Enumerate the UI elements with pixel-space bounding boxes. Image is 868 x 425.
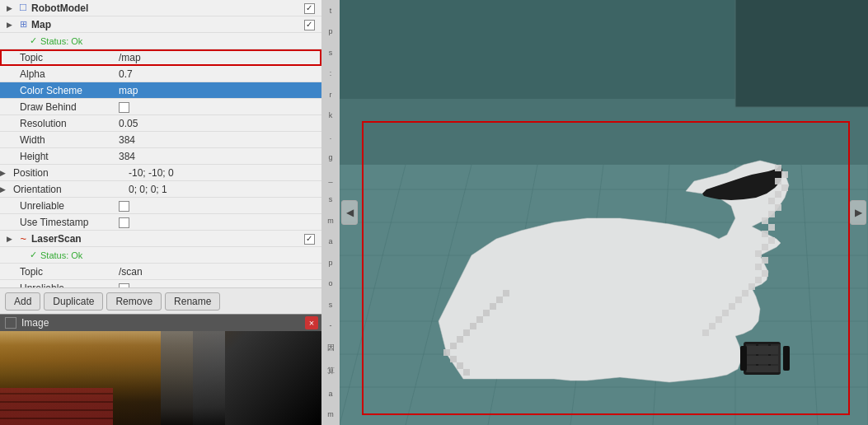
usetimestamp-label: Use Timestamp xyxy=(0,217,115,228)
expand-arrow-robotmodel[interactable]: ▶ xyxy=(7,4,16,12)
svg-rect-54 xyxy=(709,323,716,329)
svg-rect-44 xyxy=(762,257,768,264)
map-status-row: ✓ Status: Ok xyxy=(0,33,321,49)
laserscan-status-icon: ✓ xyxy=(30,250,37,260)
nav-arrow-right[interactable]: ▶ xyxy=(850,200,866,225)
usetimestamp-value[interactable] xyxy=(115,216,321,227)
topic-label: Topic xyxy=(0,52,115,63)
svg-rect-34 xyxy=(775,191,781,198)
svg-rect-47 xyxy=(755,277,762,283)
width-row[interactable]: Width 384 xyxy=(0,132,321,148)
topic-value[interactable]: /map xyxy=(115,52,321,63)
svg-rect-57 xyxy=(457,362,463,369)
svg-rect-41 xyxy=(768,237,775,244)
svg-rect-63 xyxy=(470,323,476,329)
remove-button[interactable]: Remove xyxy=(106,292,162,311)
svg-rect-48 xyxy=(748,283,755,290)
colorscheme-row[interactable]: Color Scheme map xyxy=(0,82,321,99)
expand-arrow-position[interactable]: ▶ xyxy=(0,169,10,177)
properties-panel: ▶ ☐ RobotModel ▶ ⊞ Map ✓ Status: Ok Topi… xyxy=(0,0,321,287)
svg-rect-69 xyxy=(735,0,868,107)
svg-rect-27 xyxy=(747,366,778,372)
colorscheme-label: Color Scheme xyxy=(0,85,115,96)
laserscan-row[interactable]: ▶ ~ LaserScan xyxy=(0,231,321,247)
svg-rect-45 xyxy=(755,264,762,270)
svg-rect-26 xyxy=(747,356,778,364)
add-button[interactable]: Add xyxy=(5,292,40,311)
side-text-12: a xyxy=(328,237,332,245)
svg-rect-61 xyxy=(457,336,463,343)
drawbehind-value[interactable] xyxy=(115,100,321,112)
side-text-11: m xyxy=(327,217,334,225)
map-status-label: Status: Ok xyxy=(40,36,82,46)
height-value: 384 xyxy=(115,151,321,162)
svg-rect-37 xyxy=(768,211,775,217)
map-checkbox[interactable] xyxy=(304,18,315,30)
laserunreliable-value[interactable] xyxy=(115,282,321,287)
svg-rect-53 xyxy=(716,316,722,323)
lasertopic-value[interactable]: /scan xyxy=(115,266,321,278)
side-text-16: - xyxy=(330,321,332,329)
laserscan-checkbox[interactable] xyxy=(304,232,315,244)
alpha-row[interactable]: Alpha 0.7 xyxy=(0,66,321,82)
usetimestamp-row[interactable]: Use Timestamp xyxy=(0,214,321,231)
duplicate-button[interactable]: Duplicate xyxy=(44,292,103,311)
robotmodel-row[interactable]: ▶ ☐ RobotModel xyxy=(0,0,321,16)
map-row[interactable]: ▶ ⊞ Map xyxy=(0,16,321,33)
resolution-row[interactable]: Resolution 0.05 xyxy=(0,115,321,132)
lasertopic-row[interactable]: Topic /scan xyxy=(0,264,321,280)
topic-row[interactable]: Topic /map xyxy=(0,49,321,66)
robotmodel-icon: ☐ xyxy=(16,2,30,13)
nav-arrow-left[interactable]: ◀ xyxy=(341,200,358,225)
drawbehind-row[interactable]: Draw Behind xyxy=(0,99,321,115)
side-text-19: a xyxy=(328,390,332,398)
side-text-14: o xyxy=(328,279,332,287)
left-sidebar: ▶ ☐ RobotModel ▶ ⊞ Map ✓ Status: Ok Topi… xyxy=(0,0,321,425)
laserunreliable-row[interactable]: Unreliable xyxy=(0,280,321,287)
svg-rect-38 xyxy=(762,217,768,224)
svg-rect-65 xyxy=(483,310,490,316)
side-text-4: : xyxy=(330,69,332,77)
side-text-7: . xyxy=(330,133,332,141)
svg-rect-31 xyxy=(781,171,788,178)
side-text-5: r xyxy=(330,91,332,99)
svg-rect-32 xyxy=(775,178,781,184)
unreliable-row[interactable]: Unreliable xyxy=(0,198,321,214)
expand-arrow-laserscan[interactable]: ▶ xyxy=(7,235,16,243)
side-text-18: 算 xyxy=(327,366,335,376)
drawbehind-label: Draw Behind xyxy=(0,101,115,113)
image-panel-close-button[interactable]: × xyxy=(305,316,318,329)
position-row[interactable]: ▶ Position -10; -10; 0 xyxy=(0,165,321,181)
3d-scene-svg xyxy=(340,0,868,425)
side-text-13: p xyxy=(328,259,332,267)
robotmodel-checkbox[interactable] xyxy=(304,2,315,13)
unreliable-label: Unreliable xyxy=(0,200,115,212)
colorscheme-value[interactable]: map xyxy=(115,85,321,96)
height-label: Height xyxy=(0,151,115,162)
orientation-value: 0; 0; 0; 1 xyxy=(125,184,321,195)
rename-button[interactable]: Rename xyxy=(165,292,220,311)
main-viewport: ◀ ▶ xyxy=(340,0,868,425)
buttons-bar: Add Duplicate Remove Rename xyxy=(0,287,321,314)
svg-rect-29 xyxy=(783,346,790,371)
orientation-label: Orientation xyxy=(10,184,125,195)
svg-rect-43 xyxy=(755,250,762,257)
svg-rect-36 xyxy=(775,204,781,211)
image-panel-title: Image xyxy=(21,317,49,329)
alpha-value[interactable]: 0.7 xyxy=(115,68,321,80)
expand-arrow-orientation[interactable]: ▶ xyxy=(0,185,10,194)
unreliable-value[interactable] xyxy=(115,199,321,211)
image-panel-icon xyxy=(5,317,16,329)
side-text-3: s xyxy=(329,49,333,57)
expand-arrow-map[interactable]: ▶ xyxy=(7,21,16,29)
map-icon: ⊞ xyxy=(16,19,30,30)
position-label: Position xyxy=(10,167,125,179)
image-content xyxy=(0,331,321,425)
laserscan-icon: ~ xyxy=(16,232,30,245)
width-label: Width xyxy=(0,134,115,146)
orientation-row[interactable]: ▶ Orientation 0; 0; 0; 1 xyxy=(0,181,321,198)
svg-rect-42 xyxy=(762,244,768,250)
viewport-canvas: ◀ ▶ xyxy=(340,0,868,425)
height-row[interactable]: Height 384 xyxy=(0,148,321,165)
image-panel: Image × xyxy=(0,314,321,425)
